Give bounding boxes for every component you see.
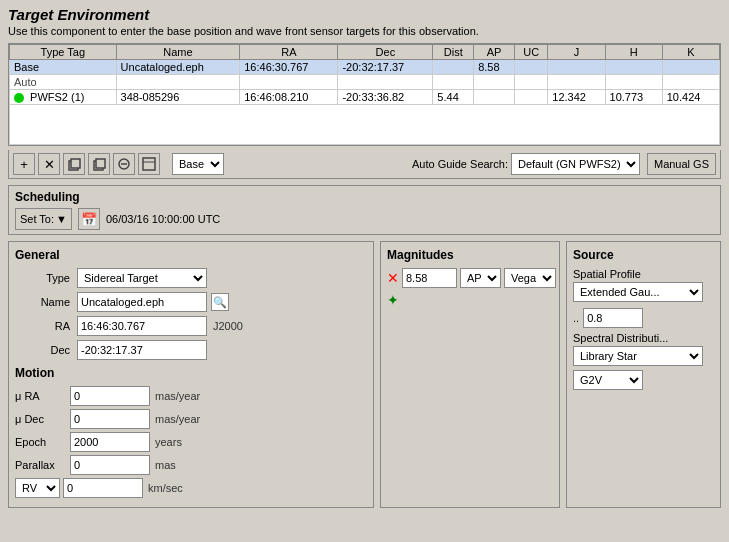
auto-guide-label: Auto Guide Search: [412,158,508,170]
pwfs-j: 12.342 [548,90,605,105]
motion-title: Motion [15,366,367,380]
bottom-panels: General Type Sidereal Target Name 🔍 RA J… [8,241,721,508]
spatial-detail-label: .. [573,312,579,324]
epoch-row: Epoch years [15,432,367,452]
copy-button[interactable] [63,153,85,175]
page-subtitle: Use this component to enter the base pos… [8,25,721,37]
col-j: J [548,45,605,60]
base-name: Uncataloged.eph [116,60,240,75]
set-to-button[interactable]: Set To: ▼ [15,208,72,230]
link-icon [117,157,131,171]
mu-dec-row: μ Dec mas/year [15,409,367,429]
parallax-input[interactable] [70,455,150,475]
auto-ra [240,75,338,90]
scheduling-section: Scheduling Set To: ▼ 📅 06/03/16 10:00:00… [8,185,721,235]
ra-row: RA J2000 [15,316,367,336]
spatial-detail-input[interactable] [583,308,643,328]
magnitudes-title: Magnitudes [387,248,553,262]
type-select[interactable]: Sidereal Target [77,268,207,288]
spatial-profile-row: Extended Gau... [573,282,714,302]
mag-value-input[interactable] [402,268,457,288]
mag-band-select[interactable]: AP J H K [460,268,501,288]
auto-h [605,75,662,90]
spatial-detail-row: .. [573,308,714,328]
add-button[interactable]: + [13,153,35,175]
scheduling-row: Set To: ▼ 📅 06/03/16 10:00:00 UTC [15,208,714,230]
rv-unit: km/sec [148,482,183,494]
base-k [662,60,719,75]
auto-type: Auto [10,75,117,90]
name-input[interactable] [77,292,207,312]
pwfs-tag: 348-085296 [116,90,240,105]
spectral-dist-row: Library Star [573,346,714,366]
type-label: Type [15,272,70,284]
table-row-base[interactable]: Base Uncataloged.eph 16:46:30.767 -20:32… [10,60,720,75]
spatial-profile-select[interactable]: Extended Gau... [573,282,703,302]
base-ap: 8.58 [474,60,515,75]
base-h [605,60,662,75]
auto-j [548,75,605,90]
name-label: Name [15,296,70,308]
config-button[interactable] [138,153,160,175]
auto-guide-select[interactable]: Default (GN PWFS2) [511,153,640,175]
col-dec: Dec [338,45,433,60]
remove-button[interactable]: ✕ [38,153,60,175]
mu-ra-unit: mas/year [155,390,200,402]
link-button[interactable] [113,153,135,175]
auto-k [662,75,719,90]
parallax-unit: mas [155,459,176,471]
spectral-dist-select[interactable]: Library Star [573,346,703,366]
svg-rect-1 [71,159,80,168]
mu-dec-unit: mas/year [155,413,200,425]
name-row: Name 🔍 [15,292,367,312]
paste-button[interactable] [88,153,110,175]
rv-row: RV km/sec [15,478,367,498]
table-row-pwfs[interactable]: PWFS2 (1) 348-085296 16:46:08.210 -20:33… [10,90,720,105]
col-uc: UC [514,45,547,60]
epoch-input[interactable] [70,432,150,452]
table-empty-row [10,105,720,145]
base-uc [514,60,547,75]
spectral-sub-select[interactable]: G2V [573,370,643,390]
auto-dec [338,75,433,90]
page-title: Target Environment [8,6,721,23]
mu-ra-label: μ RA [15,390,67,402]
pwfs-ap [474,90,515,105]
mag-remove-icon[interactable]: ✕ [387,270,399,286]
table-row-auto[interactable]: Auto [10,75,720,90]
magnitudes-panel: Magnitudes ✕ AP J H K Vega AB ✦ [380,241,560,508]
paste-icon [92,157,106,171]
base-select[interactable]: Base [172,153,224,175]
rv-input[interactable] [63,478,143,498]
ra-label: RA [15,320,70,332]
manual-gs-button[interactable]: Manual GS [647,153,716,175]
dec-input[interactable] [77,340,207,360]
col-dist: Dist [433,45,474,60]
base-j [548,60,605,75]
type-row: Type Sidereal Target [15,268,367,288]
mu-ra-input[interactable] [70,386,150,406]
dec-row: Dec [15,340,367,360]
config-icon [142,157,156,171]
col-name: Name [116,45,240,60]
epoch-unit: years [155,436,182,448]
col-k: K [662,45,719,60]
mag-system-select[interactable]: Vega AB [504,268,556,288]
base-type: Base [10,60,117,75]
mag-add-icon[interactable]: ✦ [387,292,399,308]
mu-dec-input[interactable] [70,409,150,429]
pwfs-type: PWFS2 (1) [10,90,117,105]
calendar-button[interactable]: 📅 [78,208,100,230]
pwfs-ra: 16:46:08.210 [240,90,338,105]
general-title: General [15,248,367,262]
rv-select[interactable]: RV [15,478,60,498]
ra-input[interactable] [77,316,207,336]
pwfs-h: 10.773 [605,90,662,105]
source-panel: Source Spatial Profile Extended Gau... .… [566,241,721,508]
name-search-button[interactable]: 🔍 [211,293,229,311]
dec-label: Dec [15,344,70,356]
chevron-down-icon: ▼ [56,213,67,225]
col-type-tag: Type Tag [10,45,117,60]
page: Target Environment Use this component to… [0,0,729,514]
col-h: H [605,45,662,60]
